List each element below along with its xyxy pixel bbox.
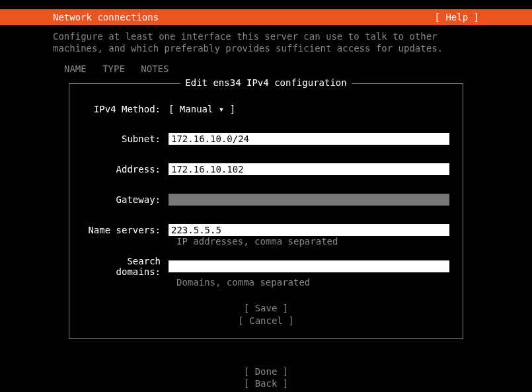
method-label: IPv4 Method: (83, 104, 169, 114)
page-description: Configure at least one interface this se… (0, 25, 532, 54)
cancel-button[interactable]: [ Cancel ] (83, 315, 449, 327)
searchdomains-row: Search domains: (83, 256, 449, 277)
footer-buttons: [ Done ] [ Back ] (0, 366, 532, 389)
help-button[interactable]: [ Help ] (435, 12, 479, 22)
nameservers-help: IP addresses, comma separated (83, 236, 449, 247)
gateway-input[interactable] (169, 194, 449, 206)
page-title: Network connections (53, 12, 159, 22)
col-type: TYPE (102, 63, 125, 74)
header-bar: Network connections [ Help ] (0, 9, 532, 25)
nameservers-input[interactable] (169, 224, 449, 236)
dialog-title: Edit ens34 IPv4 configuration (180, 77, 352, 88)
back-button[interactable]: [ Back ] (0, 377, 532, 389)
subnet-row: Subnet: (83, 133, 449, 145)
searchdomains-input[interactable] (169, 260, 449, 272)
nameservers-label: Name servers: (83, 225, 169, 235)
method-row: IPv4 Method: [ Manual ▾ ] (83, 104, 449, 114)
table-header-row: NAME TYPE NOTES (0, 54, 532, 74)
address-label: Address: (83, 164, 169, 175)
address-row: Address: (83, 163, 449, 175)
gateway-label: Gateway: (83, 194, 169, 205)
searchdomains-help: Domains, comma separated (83, 277, 449, 288)
done-button[interactable]: [ Done ] (0, 366, 532, 377)
nameservers-row: Name servers: (83, 224, 449, 236)
subnet-label: Subnet: (83, 134, 169, 144)
col-name: NAME (64, 63, 87, 74)
dialog-buttons: [ Save ] [ Cancel ] (83, 302, 449, 326)
gateway-row: Gateway: (83, 194, 449, 206)
ipv4-config-dialog: Edit ens34 IPv4 configuration IPv4 Metho… (69, 83, 463, 338)
address-input[interactable] (169, 163, 449, 175)
subnet-input[interactable] (169, 133, 449, 145)
searchdomains-label: Search domains: (83, 256, 169, 277)
method-dropdown[interactable]: [ Manual ▾ ] (169, 104, 235, 114)
save-button[interactable]: [ Save ] (83, 302, 449, 314)
col-notes: NOTES (141, 63, 169, 74)
